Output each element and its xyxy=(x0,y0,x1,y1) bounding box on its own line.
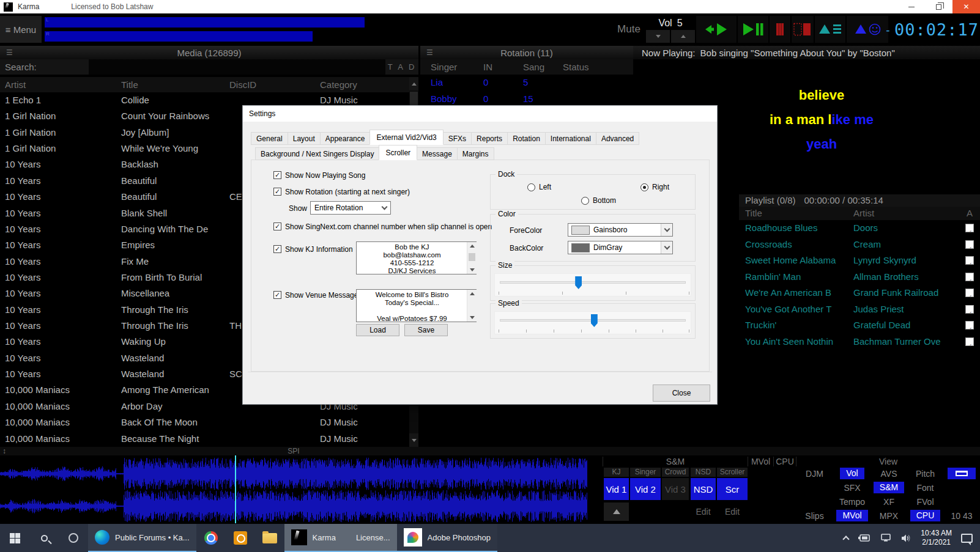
dock-right-radio[interactable]: Right xyxy=(640,183,669,191)
close-button[interactable]: ✕ xyxy=(952,0,980,13)
rotation-header[interactable]: ☰ Rotation (11) xyxy=(420,46,633,59)
playlist-checkbox[interactable] xyxy=(965,256,974,265)
vid2-button[interactable]: Vid 2 xyxy=(630,478,661,500)
start-button[interactable] xyxy=(0,524,29,552)
settings-tab[interactable]: Appearance xyxy=(320,132,371,145)
mvol-view-button[interactable]: MVol xyxy=(836,510,867,521)
dock-left-radio[interactable]: Left xyxy=(527,183,551,191)
playlist-row[interactable]: Truckin' Grateful Dead xyxy=(739,317,980,334)
show-venue-message-checkbox[interactable]: Show Venue Message xyxy=(273,291,358,300)
speaker-icon[interactable] xyxy=(900,534,911,543)
taskbar-clock[interactable]: 10:43 AM 2/1/2021 xyxy=(921,529,952,547)
play-pause-button[interactable] xyxy=(738,16,768,43)
playlist-row[interactable]: Sweet Home Alabama Lynyrd Skynyrd xyxy=(739,252,980,269)
chrome-task-button[interactable] xyxy=(196,524,226,552)
playlist-column-headers[interactable]: Title Artist A xyxy=(739,207,980,220)
show-singnext-checkbox[interactable]: Show SingNext.com channel number when sl… xyxy=(273,223,492,231)
notification-center-icon[interactable] xyxy=(961,534,973,543)
settings-subtab[interactable]: Scroller xyxy=(379,145,417,160)
close-settings-button[interactable]: Close xyxy=(653,385,710,402)
network-icon[interactable] xyxy=(880,534,891,543)
restart-play-button[interactable] xyxy=(696,16,737,43)
mute-button[interactable]: Mute xyxy=(613,16,645,43)
vol-up-button[interactable] xyxy=(671,30,695,43)
rotation-scope-select[interactable]: Entire Rotation xyxy=(310,201,391,215)
slips-label[interactable]: Slips xyxy=(795,511,834,521)
settings-subtab[interactable]: Margins xyxy=(457,147,494,160)
playlist-checkbox[interactable] xyxy=(965,240,974,249)
column-category[interactable]: Category xyxy=(320,77,406,92)
nsd-edit-button[interactable]: Edit xyxy=(691,506,716,518)
font-label[interactable]: Font xyxy=(907,483,943,493)
maximize-button[interactable] xyxy=(925,0,952,13)
playlist-row[interactable]: Ramblin' Man Allman Brothers xyxy=(739,269,980,285)
column-pl-title[interactable]: Title xyxy=(745,207,762,220)
cortana-button[interactable] xyxy=(59,524,88,552)
playlist-checkbox[interactable] xyxy=(965,273,974,281)
column-pl-a[interactable]: A xyxy=(967,207,973,220)
media-row[interactable]: 10,000 Maniacs Back Of The Moon DJ Music xyxy=(0,414,409,430)
singers-queue-button[interactable] xyxy=(815,16,845,43)
backcolor-select[interactable]: DimGray xyxy=(568,241,673,254)
fvol-label[interactable]: FVol xyxy=(907,497,943,507)
karma-task-button[interactable]: Karma License... xyxy=(284,524,397,552)
vid3-button[interactable]: Vid 3 xyxy=(662,478,689,500)
media-header[interactable]: ☰ Media (126899) xyxy=(0,46,418,59)
avs-label[interactable]: AVS xyxy=(870,469,907,479)
outlook-task-button[interactable] xyxy=(226,524,255,552)
playlist-row[interactable]: Roadhouse Blues Doors xyxy=(739,220,980,237)
column-status[interactable]: Status xyxy=(563,59,589,75)
save-button[interactable]: Save xyxy=(404,324,448,336)
playlist-checkbox[interactable] xyxy=(965,224,974,232)
search-filter-indicators[interactable]: T A D xyxy=(385,59,418,75)
playlist-row[interactable]: You Ain't Seen Nothin Bachman Turner Ove xyxy=(739,334,980,350)
battery-icon[interactable] xyxy=(858,534,871,542)
sfx-label[interactable]: SFX xyxy=(834,483,870,493)
djm-label[interactable]: DJM xyxy=(795,469,834,479)
kj-info-scrollbar[interactable] xyxy=(467,242,477,274)
dock-bottom-radio[interactable]: Bottom xyxy=(581,196,616,205)
settings-tab[interactable]: General xyxy=(251,132,288,145)
scr-edit-button[interactable]: Edit xyxy=(717,506,748,518)
playlist-row[interactable]: We're An American B Grand Funk Railroad xyxy=(739,285,980,301)
scr-button[interactable]: Scr xyxy=(717,478,748,500)
settings-tab[interactable]: External Vid2/Vid3 xyxy=(369,130,443,145)
vol-down-button[interactable] xyxy=(646,30,670,43)
show-rotation-checkbox[interactable]: Show Rotation (starting at next singer) xyxy=(273,188,410,196)
playlist-header[interactable]: Playlist (0/8) 00:00:00 / 00:35:14 xyxy=(739,194,980,207)
speed-slider[interactable] xyxy=(494,311,691,334)
size-slider-thumb[interactable] xyxy=(575,276,582,289)
scroll-up-button[interactable] xyxy=(409,77,418,90)
settings-tab[interactable]: International xyxy=(545,132,596,145)
rotation-column-headers[interactable]: Singer IN Sang Status xyxy=(420,59,633,75)
edge-task-button[interactable]: Public Forums • Ka... xyxy=(88,524,196,552)
column-discid[interactable]: DiscID xyxy=(229,77,317,92)
waveform-display[interactable] xyxy=(0,455,587,523)
mpx-label[interactable]: MPX xyxy=(870,511,907,521)
column-title[interactable]: Title xyxy=(121,77,226,92)
stop-eject-button[interactable] xyxy=(792,16,814,43)
settings-tab[interactable]: Advanced xyxy=(596,132,639,145)
settings-tab[interactable]: Rotation xyxy=(507,132,546,145)
scroll-down-button[interactable] xyxy=(409,433,418,447)
cpu-view-button[interactable]: CPU xyxy=(910,510,941,521)
resize-handle-icon[interactable]: ↕ xyxy=(2,447,6,455)
sm-view-button[interactable]: S&M xyxy=(874,482,904,493)
settings-subtab[interactable]: Message xyxy=(417,147,458,160)
tray-expand-icon[interactable] xyxy=(843,535,850,542)
speed-slider-thumb[interactable] xyxy=(591,314,598,327)
scroller-view-button[interactable] xyxy=(948,468,976,479)
nsd-button[interactable]: NSD xyxy=(691,478,716,500)
search-input[interactable] xyxy=(89,59,385,75)
playlist-checkbox[interactable] xyxy=(965,321,974,329)
column-artist[interactable]: Artist xyxy=(5,77,118,92)
taskbar-search-button[interactable] xyxy=(29,524,59,552)
settings-subtab[interactable]: Background / Next Singers Display xyxy=(255,147,379,160)
vol-view-button[interactable]: Vol xyxy=(840,468,864,479)
menu-button[interactable]: ≡ Menu xyxy=(0,16,42,43)
playlist-row[interactable]: You've Got Another T Judas Priest xyxy=(739,301,980,318)
venue-message-scrollbar[interactable] xyxy=(467,290,477,322)
media-row[interactable]: 10,000 Maniacs Because The Night DJ Musi… xyxy=(0,431,409,447)
playlist-checkbox[interactable] xyxy=(965,337,974,346)
playlist-checkbox[interactable] xyxy=(965,305,974,314)
